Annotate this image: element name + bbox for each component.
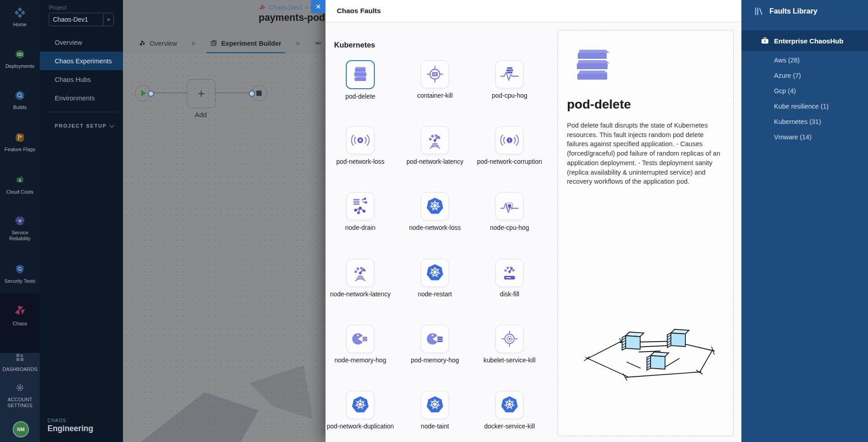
category-kubernetes-31[interactable]: Kubernetes (31)	[741, 114, 868, 129]
project-section-label: Project	[49, 5, 66, 11]
project-selector[interactable]: Chaos-Dev1 »	[49, 13, 114, 26]
svg-text:$: $	[19, 178, 21, 183]
project-selector-value: Chaos-Dev1	[49, 16, 103, 23]
sidebar-item-overview[interactable]: Overview	[40, 33, 123, 52]
sidebar-item-label: ACCOUNT SETTINGS	[0, 397, 40, 409]
fault-card-pod-network-loss[interactable]: pod-network-loss	[323, 126, 397, 166]
sidebar-item-label: Feature Flags	[3, 147, 37, 152]
project-expand-icon[interactable]: »	[103, 14, 113, 25]
fault-card-box	[421, 192, 449, 220]
builds-icon	[14, 90, 25, 101]
tab-experiment-builder[interactable]: Experiment Builder	[204, 33, 287, 53]
fault-card-pod-network-corruption[interactable]: pod-network-corruption	[472, 126, 547, 166]
fault-card-box	[346, 325, 374, 353]
category-vmware-14[interactable]: Vmware (14)	[741, 129, 868, 145]
fault-card-node-memory-hog[interactable]: node-memory-hog	[323, 325, 397, 364]
tab-overview[interactable]: Overview	[133, 33, 182, 53]
sidebar-item-security-tests[interactable]: Security Tests	[0, 264, 40, 284]
fault-card-box	[495, 192, 524, 220]
sidebar-item-service-reliability[interactable]: Service Reliability	[0, 215, 40, 242]
cpu-chip-pulse-icon	[497, 194, 522, 219]
fault-card-pod-network-duplication[interactable]: pod-network-duplication	[323, 391, 397, 430]
briefcase-icon	[760, 36, 769, 45]
harness-home-icon	[14, 7, 25, 18]
close-drawer-button[interactable]: ✕	[311, 0, 326, 13]
fault-card-box	[421, 391, 449, 419]
sidebar-item-builds[interactable]: Builds	[0, 90, 40, 110]
project-setup-toggle[interactable]: PROJECT SETUP	[40, 119, 123, 133]
enterprise-chaoshub-item[interactable]: Enterprise ChaosHub	[741, 30, 868, 51]
fault-card-pod-network-latency[interactable]: pod-network-latency	[398, 126, 472, 166]
sidebar-item-chaos[interactable]: Chaos	[0, 304, 40, 327]
chaos-icon	[13, 304, 27, 317]
fault-card-box	[346, 391, 374, 419]
close-icon: ✕	[316, 3, 321, 11]
sidebar-item-chaos-hubs[interactable]: Chaos Hubs	[40, 70, 123, 89]
enterprise-chaoshub-label: Enterprise ChaosHub	[774, 37, 843, 45]
fault-label: node-network-latency	[330, 290, 391, 298]
fault-label: pod-network-duplication	[327, 423, 394, 430]
sidebar-item-home[interactable]: Home	[0, 7, 40, 28]
sidebar-item-label: Service Reliability	[0, 230, 40, 242]
sidebar-item-cloud-costs[interactable]: $Cloud Costs	[0, 175, 40, 195]
gear-icon	[14, 382, 25, 393]
start-connector[interactable]	[148, 90, 154, 97]
sidebar-item-deployments[interactable]: Deployments	[0, 49, 40, 69]
fault-label: pod-network-loss	[336, 158, 385, 166]
fault-card-node-restart[interactable]: node-restart	[398, 259, 472, 298]
sidebar-item-chaos-experiments[interactable]: Chaos Experiments	[40, 52, 123, 70]
feature-flags-icon	[14, 132, 25, 143]
fault-card-box	[495, 126, 524, 154]
fault-card-box	[346, 126, 374, 154]
fault-card-disk-fill[interactable]: disk-fill	[472, 259, 547, 298]
category-aws-28[interactable]: Aws (28)	[741, 52, 868, 68]
nav-rail: HomeDeploymentsBuildsFeature Flags$Cloud…	[0, 0, 40, 442]
fault-label: pod-cpu-hog	[492, 92, 528, 100]
library-icon	[754, 6, 764, 16]
brand-bottom-label: Engineering	[47, 424, 93, 433]
fault-card-pod-cpu-hog[interactable]: pod-cpu-hog	[472, 60, 547, 100]
module-brand: CHAOS Engineering	[47, 418, 93, 433]
fault-label: docker-service-kill	[484, 423, 535, 430]
fault-card-pod-memory-hog[interactable]: pod-memory-hog	[398, 325, 472, 364]
fault-card-box	[495, 391, 524, 419]
fault-card-node-drain[interactable]: node-drain	[323, 192, 397, 232]
faults-section-heading: Kubernetes	[334, 41, 375, 49]
dashboards-grid-icon	[14, 352, 25, 363]
fault-label: kubelet-service-kill	[483, 356, 535, 364]
kubernetes-icon	[423, 194, 447, 219]
fault-card-node-network-loss[interactable]: node-network-loss	[398, 192, 472, 232]
end-connector[interactable]	[249, 90, 255, 97]
pacman-stack-icon	[423, 327, 447, 351]
fault-card-node-cpu-hog[interactable]: node-cpu-hog	[472, 192, 547, 232]
fault-label: node-cpu-hog	[490, 224, 529, 232]
sidebar-item-label: Home	[12, 22, 28, 28]
sidebar-item-feature-flags[interactable]: Feature Flags	[0, 132, 40, 152]
gauge-waves-icon	[423, 128, 447, 152]
target-icon	[423, 62, 447, 86]
project-setup-label: PROJECT SETUP	[55, 123, 107, 128]
fault-label: node-memory-hog	[335, 356, 386, 364]
sidebar-item-dashboards[interactable]: DASHBOARDS	[0, 352, 40, 372]
fault-card-container-kill[interactable]: container-kill	[398, 60, 472, 100]
fault-card-docker-service-kill[interactable]: docker-service-kill	[472, 391, 547, 430]
sidebar-item-environments[interactable]: Environments	[40, 89, 123, 107]
category-gcp-4[interactable]: Gcp (4)	[741, 83, 868, 99]
deployments-icon	[14, 49, 25, 60]
category-kube-resilience-1[interactable]: Kube resilience (1)	[741, 99, 868, 114]
chaos-logo-icon	[259, 4, 266, 11]
fault-card-kubelet-service-kill[interactable]: kubelet-service-kill	[472, 325, 547, 364]
add-step-label: Add	[187, 111, 215, 119]
fault-card-pod-delete[interactable]: pod-delete	[323, 60, 397, 100]
category-azure-7[interactable]: Azure (7)	[741, 68, 868, 83]
edge-line	[215, 92, 249, 93]
builder-tab-icon	[210, 39, 217, 47]
add-step-box[interactable]: +	[187, 79, 216, 108]
fault-card-node-taint[interactable]: node-taint	[398, 391, 472, 430]
fault-card-node-network-latency[interactable]: node-network-latency	[323, 259, 397, 298]
sidebar-item-account-settings[interactable]: ACCOUNT SETTINGS	[0, 382, 40, 409]
avatar[interactable]: NM	[13, 421, 29, 437]
fault-label: pod-network-latency	[406, 158, 463, 166]
edge-line	[153, 92, 187, 93]
security-tests-icon	[14, 264, 25, 275]
